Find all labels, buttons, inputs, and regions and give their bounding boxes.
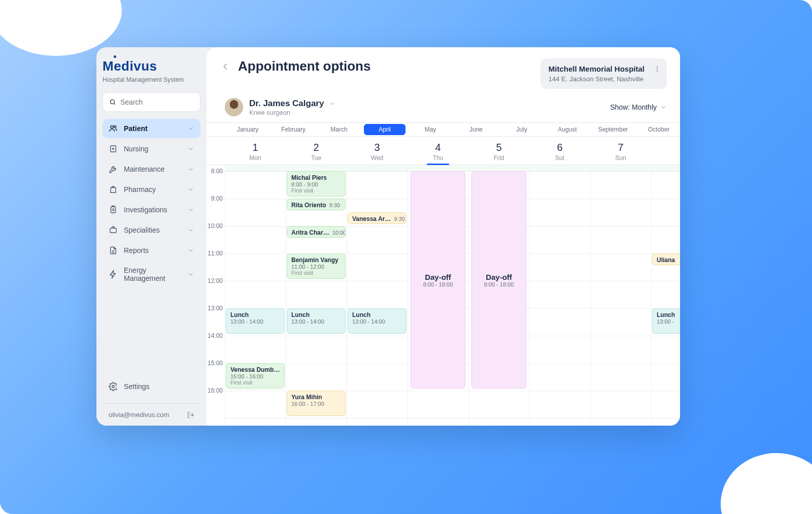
time-label: 10:00 — [207, 222, 225, 250]
nurse-icon — [109, 144, 118, 153]
settings-label: Settings — [124, 382, 150, 391]
event-title: Michal Piers — [291, 174, 341, 181]
month-tab[interactable]: April — [364, 124, 405, 135]
chevron-down-icon[interactable] — [329, 100, 336, 107]
event-title: Yura Mihin — [291, 394, 341, 401]
month-tab[interactable]: February — [270, 123, 316, 136]
sidebar-item-maintenance[interactable]: Maintenance — [103, 159, 200, 179]
hospital-menu-icon[interactable] — [654, 66, 661, 75]
doctor-bar: Dr. James Calgary Knee surgeon Show: Mon… — [207, 89, 680, 122]
month-tab[interactable]: January — [225, 123, 270, 136]
event-time: 13:00 - 14:00 — [291, 318, 341, 325]
day-name: Mon — [225, 154, 286, 162]
calendar-event[interactable]: Day-off8:00 - 18:00 — [411, 171, 465, 389]
svg-point-0 — [110, 100, 114, 104]
calendar-event[interactable]: Michal Piers8:00 - 9:00First visit — [287, 171, 346, 197]
divider — [105, 403, 198, 404]
calendar-event[interactable]: Vanessa Ar…9:30 — [348, 212, 407, 224]
event-time: 9:30 — [329, 202, 340, 208]
day-number: 7 — [590, 142, 651, 153]
calendar-event[interactable]: Lunch13:00 - 14:00 — [348, 308, 407, 334]
event-title: Benjamin Vangy — [291, 256, 341, 264]
day-header[interactable]: 6Sut — [529, 137, 590, 165]
chevron-down-icon — [187, 227, 194, 234]
calendar-grid[interactable]: Michal Piers8:00 - 9:00First visitRita O… — [225, 171, 680, 426]
calendar-event[interactable]: Rita Oriento9:30 — [287, 199, 346, 210]
event-title: Day-off — [425, 273, 451, 281]
month-tab[interactable]: May — [408, 123, 453, 136]
svg-point-7 — [657, 67, 658, 68]
event-note: First visit — [291, 270, 341, 276]
day-number: 3 — [347, 142, 408, 153]
month-tab[interactable]: September — [590, 123, 636, 136]
calendar-event[interactable]: Day-off8:00 - 18:00 — [471, 171, 526, 389]
event-time: 13:00 - — [657, 318, 679, 325]
users-icon — [109, 124, 118, 133]
event-title: Lunch — [352, 311, 402, 318]
month-tab[interactable]: July — [499, 123, 545, 136]
sidebar-item-specialities[interactable]: Specialities — [103, 220, 200, 240]
sidebar-item-patient[interactable]: Patient — [103, 119, 200, 138]
time-label: 15:00 — [207, 360, 225, 387]
decorative-blob — [721, 453, 812, 514]
chevron-down-icon — [187, 186, 194, 193]
calendar-event[interactable]: Yura Mihin16:00 - 17:00 — [287, 391, 346, 416]
sidebar-item-energy-management[interactable]: Energy Management — [103, 261, 200, 287]
month-tab[interactable]: October — [636, 123, 680, 136]
chevron-down-icon — [187, 125, 194, 132]
calendar-event[interactable]: Lunch13:00 - 14:00 — [226, 308, 285, 334]
day-header[interactable]: 5Frid — [468, 137, 529, 165]
back-icon[interactable] — [220, 61, 231, 72]
bag-icon — [109, 185, 118, 194]
event-time: 8:00 - 18:00 — [484, 281, 514, 287]
month-tab[interactable]: June — [453, 123, 499, 136]
event-time: 13:00 - 14:00 — [352, 318, 402, 325]
calendar-event[interactable]: Venessa Dumbell15:00 - 16:00First visit — [226, 363, 285, 389]
svg-point-1 — [111, 125, 113, 128]
day-name: Frid — [468, 154, 529, 162]
main-header: Appointment options Mitchell Memorial Ho… — [207, 47, 680, 89]
event-title: Lunch — [291, 311, 341, 318]
day-header[interactable]: 3Wed — [347, 137, 408, 165]
search-box[interactable] — [103, 92, 200, 112]
doctor-info[interactable]: Dr. James Calgary Knee surgeon — [225, 98, 336, 116]
view-toggle[interactable]: Show: Monthly — [610, 103, 667, 111]
day-number: 4 — [408, 142, 468, 153]
sidebar-item-reports[interactable]: Reports — [103, 241, 200, 260]
calendar-event[interactable]: Uliana — [652, 253, 680, 265]
calendar-event[interactable]: Lunch13:00 - 14:00 — [287, 308, 346, 334]
title-row: Appointment options — [220, 58, 370, 74]
hospital-card[interactable]: Mitchell Memorial Hospital 144 E. Jackso… — [540, 58, 667, 89]
settings-link[interactable]: Settings — [103, 377, 200, 396]
sidebar-item-pharmacy[interactable]: Pharmacy — [103, 180, 200, 199]
svg-point-9 — [657, 71, 658, 72]
day-header[interactable]: 1Mon — [225, 137, 286, 165]
event-title: Vanessa Ar… — [352, 215, 391, 222]
brand: Medivus Hospital Management System — [103, 58, 200, 83]
chevron-down-icon — [187, 145, 194, 152]
event-time: 10:00 — [332, 230, 346, 236]
calendar-event[interactable]: Aritra Char…10:00 — [287, 226, 346, 238]
chevron-down-icon — [187, 247, 194, 254]
logout-icon[interactable] — [187, 411, 194, 419]
day-header[interactable]: 2Tue — [286, 137, 347, 165]
sidebar-item-label: Pharmacy — [124, 185, 156, 194]
time-label: 11:00 — [207, 250, 225, 277]
chevron-down-icon — [187, 206, 194, 213]
calendar-event[interactable]: Lunch13:00 - — [652, 308, 680, 334]
doctor-name-row: Dr. James Calgary — [249, 99, 336, 109]
calendar-event[interactable]: Benjamin Vangy11:00 - 12:00First visit — [287, 253, 346, 279]
day-header[interactable]: 7Sun — [590, 137, 651, 165]
month-tab[interactable]: March — [316, 123, 362, 136]
svg-point-6 — [112, 385, 115, 388]
briefcase-icon — [109, 226, 118, 235]
main-panel: Appointment options Mitchell Memorial Ho… — [207, 47, 680, 426]
sidebar-item-investigations[interactable]: Investigations — [103, 200, 200, 219]
month-tab[interactable]: August — [545, 123, 590, 136]
event-note: First visit — [230, 379, 280, 385]
search-input[interactable] — [120, 98, 209, 106]
app-window: Medivus Hospital Management System Patie… — [96, 47, 680, 426]
day-header[interactable]: 4Thu — [408, 137, 468, 165]
sidebar-item-nursing[interactable]: Nursing — [103, 139, 200, 158]
view-label: Show: Monthly — [610, 103, 657, 111]
